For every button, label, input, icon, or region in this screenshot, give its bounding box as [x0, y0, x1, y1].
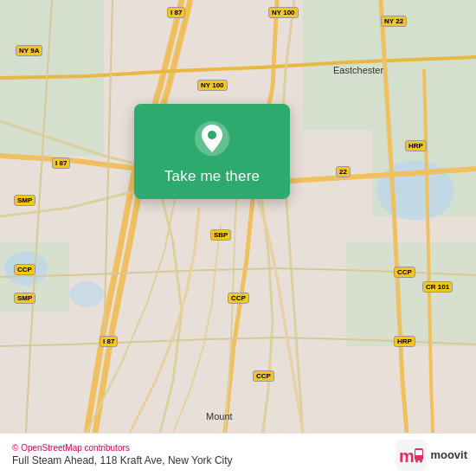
label-mount: Mount	[206, 411, 233, 421]
badge-smp2: SMP	[14, 293, 35, 304]
location-pin-icon	[193, 119, 231, 158]
svg-point-7	[69, 281, 104, 307]
svg-point-15	[420, 460, 422, 462]
map-roads	[0, 0, 476, 433]
moovit-logo-icon: m	[396, 440, 427, 471]
badge-hrp-top: HRP	[405, 140, 427, 151]
badge-22: 22	[336, 166, 351, 177]
badge-i87-mid: I 87	[52, 158, 70, 169]
badge-ny100-top: NY 100	[268, 7, 299, 18]
badge-hrp-bot: HRP	[394, 336, 415, 347]
badge-i87-top: I 87	[167, 7, 185, 18]
badge-ccp-bot: CCP	[253, 370, 274, 382]
svg-text:m: m	[399, 447, 415, 466]
osm-attribution: © OpenStreetMap contributors	[12, 443, 233, 453]
svg-rect-4	[346, 242, 476, 346]
action-card: Take me there	[134, 104, 290, 199]
moovit-logo: m moovit	[396, 440, 467, 471]
badge-smp: SMP	[14, 195, 35, 206]
badge-ccp-right: CCP	[394, 267, 415, 278]
svg-point-14	[415, 460, 418, 462]
badge-ccp-mid: CCP	[228, 293, 249, 304]
badge-ny9a: NY 9A	[16, 45, 42, 56]
bottom-bar: © OpenStreetMap contributors Full Steam …	[0, 433, 476, 476]
moovit-text: moovit	[430, 448, 467, 461]
badge-sbp: SBP	[210, 229, 231, 241]
badge-i87-bot: I 87	[100, 336, 118, 347]
badge-cr101: CR 101	[422, 281, 453, 293]
badge-ny22-top: NY 22	[381, 16, 407, 27]
svg-point-9	[208, 131, 216, 139]
address-label: Full Steam Ahead, 118 Kraft Ave, New Yor…	[12, 454, 233, 466]
badge-ny100-mid: NY 100	[197, 80, 228, 91]
badge-ccp-left: CCP	[14, 264, 35, 275]
label-eastchester: Eastchester	[333, 65, 383, 75]
svg-rect-13	[415, 450, 422, 455]
map-container: I 87 NY 100 NY 22 NY 9A NY 100 I 87 22 H…	[0, 0, 476, 433]
take-me-there-button[interactable]: Take me there	[164, 168, 260, 185]
